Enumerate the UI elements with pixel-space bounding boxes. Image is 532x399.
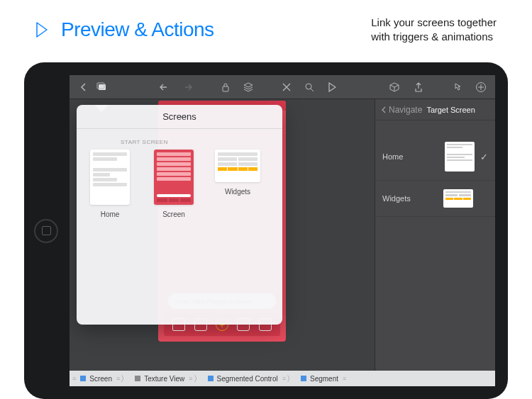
screen-item-widgets[interactable]: Widgets: [214, 150, 261, 218]
svg-rect-6: [135, 376, 140, 381]
promo-left: Preview & Actions: [35, 18, 371, 41]
screen-thumb: [215, 150, 260, 182]
breadcrumb-bar: ≡ Screen ≡〉 Texture View ≡〉 Segmented Co…: [70, 371, 495, 386]
promo-title: Preview & Actions: [61, 18, 214, 41]
panel-header: Navigate Target Screen: [375, 99, 495, 120]
promo-subtitle: Link your screens together with triggers…: [371, 16, 497, 45]
screen-label: Home: [101, 210, 120, 218]
svg-rect-5: [80, 376, 86, 381]
breadcrumb-item[interactable]: Screen: [75, 371, 116, 386]
back-icon[interactable]: [75, 79, 92, 96]
svg-rect-2: [223, 86, 228, 91]
play-icon: [35, 22, 48, 38]
cube-icon[interactable]: [386, 79, 403, 96]
app-toolbar: [70, 75, 495, 99]
screen-label: Widgets: [225, 188, 250, 196]
promo-header: Preview & Actions Link your screens toge…: [0, 0, 532, 57]
undo-icon[interactable]: [156, 79, 173, 96]
svg-rect-8: [301, 376, 306, 381]
target-row-widgets[interactable]: Widgets: [375, 181, 495, 217]
popover-title: Screens: [77, 105, 282, 129]
panel-title: Target Screen: [426, 106, 475, 114]
panel-back-label: Navigate: [389, 105, 422, 115]
screen-thumb: [90, 150, 130, 205]
ipad-screen: › › › › › › › › Create Native Prototype …: [70, 75, 495, 386]
preview-icon[interactable]: [323, 79, 340, 96]
target-row-home[interactable]: Home ✓: [375, 133, 495, 181]
screen-label: Screen: [162, 210, 185, 218]
target-thumb: [445, 142, 475, 172]
screens-icon[interactable]: [94, 79, 111, 96]
ipad-frame: › › › › › › › › Create Native Prototype …: [24, 62, 508, 399]
layers-icon[interactable]: [240, 79, 257, 96]
inspector-panel: Navigate Target Screen Home ✓: [375, 99, 495, 371]
checkmark-icon: ✓: [480, 152, 488, 162]
screen-item-home[interactable]: Home: [87, 150, 133, 218]
target-label: Home: [382, 152, 403, 161]
breadcrumb-item[interactable]: Texture View: [130, 371, 189, 386]
svg-rect-7: [208, 376, 214, 381]
panel-back-button[interactable]: Navigate: [381, 105, 422, 115]
popover-section-label: START SCREEN: [121, 139, 272, 145]
target-label: Widgets: [382, 194, 411, 203]
lock-icon[interactable]: [217, 79, 234, 96]
breadcrumb-item[interactable]: Segment: [296, 371, 343, 386]
export-icon[interactable]: [410, 79, 427, 96]
workspace: › › › › › › › › Create Native Prototype …: [70, 99, 495, 371]
screen-item-screen[interactable]: Screen: [150, 150, 197, 218]
screens-popover: Screens START SCREEN Ho: [77, 105, 282, 325]
crop-icon[interactable]: [278, 79, 295, 96]
breadcrumb-item[interactable]: Segmented Control: [203, 371, 282, 386]
search-icon[interactable]: [301, 79, 318, 96]
svg-point-3: [306, 84, 311, 89]
canvas-area[interactable]: › › › › › › › › Create Native Prototype …: [70, 99, 375, 371]
promo-subtitle-line1: Link your screens together: [371, 16, 497, 30]
add-icon[interactable]: [472, 79, 489, 96]
screen-thumb: [154, 150, 194, 205]
promo-subtitle-line2: with triggers & animations: [371, 30, 497, 44]
target-thumb: [443, 189, 473, 208]
redo-icon[interactable]: [179, 79, 196, 96]
ipad-home-button[interactable]: [34, 219, 58, 243]
pointer-icon[interactable]: [448, 79, 465, 96]
